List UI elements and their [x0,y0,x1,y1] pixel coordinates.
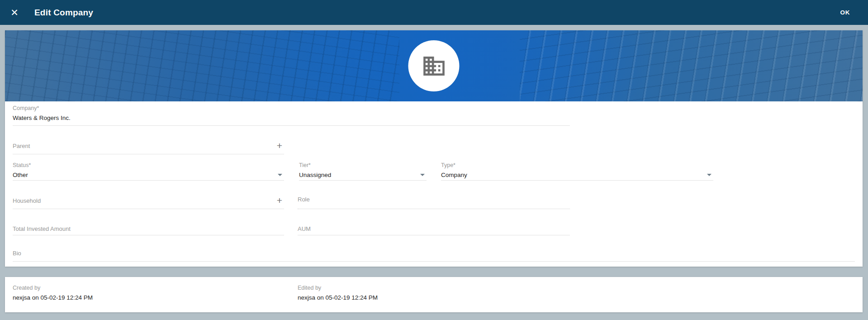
created-by-label: Created by [13,285,40,291]
tier-underline [299,180,427,181]
status-select[interactable]: Status* Other [13,162,284,181]
household-underline [13,209,284,209]
company-value[interactable]: Waters & Rogers Inc. [13,115,71,121]
bio-label: Bio [13,250,21,257]
company-label: Company* [13,105,39,111]
aum-label: AUM [298,225,311,232]
type-label: Type* [441,162,455,168]
status-underline [13,180,284,181]
tier-label: Tier* [299,162,311,168]
parent-field[interactable]: Parent + [13,143,284,154]
company-underline [13,125,570,126]
total-invested-underline [13,235,284,235]
ok-button[interactable]: OK [836,5,854,19]
total-invested-field[interactable]: Total Invested Amount [13,225,284,235]
status-label: Status* [13,162,31,168]
role-field: Role [298,196,570,209]
company-banner-image [5,30,863,101]
aum-underline [298,235,570,235]
status-dropdown-arrow-icon[interactable] [278,174,282,176]
edited-by-value: nexjsa on 05-02-19 12:24 PM [298,294,378,301]
bio-field[interactable]: Bio [13,250,855,262]
add-household-icon[interactable]: + [277,196,282,205]
household-field[interactable]: Household + [13,197,284,209]
edited-by-label: Edited by [298,285,321,291]
role-label: Role [298,196,310,203]
tier-value[interactable]: Unassigned [299,172,331,178]
type-select[interactable]: Type* Company [441,162,713,181]
created-by-value: nexjsa on 05-02-19 12:24 PM [13,294,93,301]
audit-info-card: Created by nexjsa on 05-02-19 12:24 PM E… [5,277,863,312]
role-underline [298,209,570,209]
parent-label: Parent [13,143,30,149]
parent-underline [13,154,284,154]
company-field[interactable]: Company* Waters & Rogers Inc. [13,105,570,126]
edit-company-card: Company* Waters & Rogers Inc. Parent + S… [5,30,863,267]
appbar: ✕ Edit Company OK [0,0,868,25]
status-value[interactable]: Other [13,172,28,178]
tier-select[interactable]: Tier* Unassigned [299,162,427,181]
household-label: Household [13,197,41,204]
company-avatar[interactable] [408,40,460,91]
total-invested-label: Total Invested Amount [13,225,71,232]
aum-field[interactable]: AUM [298,225,570,235]
type-dropdown-arrow-icon[interactable] [707,174,711,176]
close-icon[interactable]: ✕ [7,5,22,20]
tier-dropdown-arrow-icon[interactable] [420,174,425,176]
type-value[interactable]: Company [441,172,467,178]
type-underline [441,180,713,181]
company-building-icon [421,53,446,79]
page-title: Edit Company [34,8,93,18]
add-parent-icon[interactable]: + [277,141,282,150]
bio-underline [13,261,855,262]
